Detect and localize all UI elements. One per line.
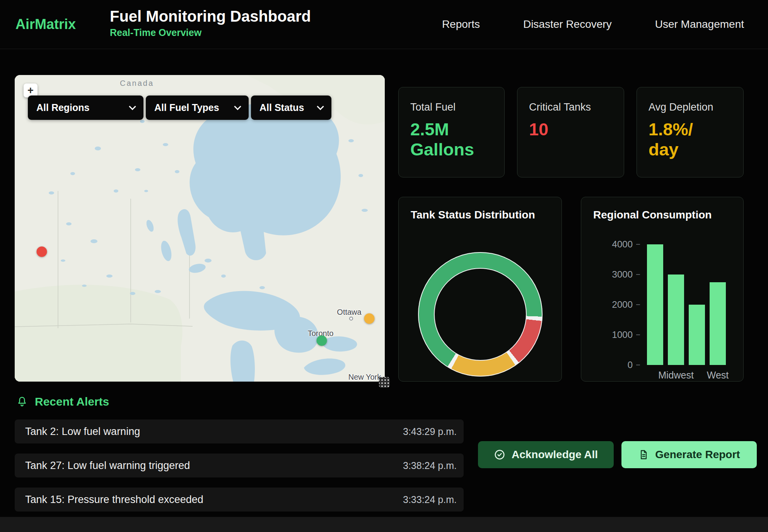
donut-hole <box>434 268 527 361</box>
x-axis-label: West <box>710 370 726 381</box>
stat-value-line: 2.5M <box>410 119 493 140</box>
map-canvas[interactable]: Canada Ottawa Toronto New York + All Reg… <box>15 75 385 382</box>
check-circle-icon <box>494 449 505 460</box>
resize-handle-icon[interactable] <box>379 377 390 388</box>
chevron-down-icon <box>317 103 324 110</box>
bell-icon <box>16 396 28 408</box>
stat-card: Avg Depletion 1.8%/ day <box>637 87 744 177</box>
stat-label: Avg Depletion <box>649 101 732 113</box>
main-nav: Reports Disaster Recovery User Managemen… <box>442 0 744 49</box>
tank-status-card: Tank Status Distribution <box>398 197 562 382</box>
alert-time: 3:38:24 p.m. <box>403 460 457 471</box>
alert-message: Tank 27: Low fuel warning triggered <box>25 460 190 472</box>
status-filter-value: All Status <box>259 102 304 113</box>
alert-time: 3:33:24 p.m. <box>403 494 457 505</box>
fuel-type-filter-value: All Fuel Types <box>154 102 219 113</box>
stat-card: Critical Tanks 10 <box>517 87 624 177</box>
map-filter-bar: All Regions All Fuel Types All Status <box>28 95 331 120</box>
generate-report-button[interactable]: Generate Report <box>621 441 757 468</box>
critical-tank-marker[interactable] <box>37 247 47 257</box>
bar <box>668 275 684 365</box>
tick-mark <box>636 244 640 245</box>
chart-title: Tank Status Distribution <box>411 209 535 221</box>
alert-message: Tank 15: Pressure threshold exceeded <box>25 494 203 506</box>
town-dot-icon <box>349 317 353 321</box>
nav-user-management[interactable]: User Management <box>655 18 744 31</box>
stat-card: Total Fuel 2.5M Gallons <box>398 87 505 177</box>
x-axis-label <box>689 370 705 381</box>
alerts-header: Recent Alerts <box>16 395 109 408</box>
y-axis-tick: 2000 <box>581 299 640 310</box>
acknowledge-all-label: Acknowledge All <box>512 448 598 461</box>
page-title: Fuel Monitoring Dashboard <box>110 8 311 25</box>
tick-mark <box>636 365 640 365</box>
y-axis-tick: 4000 <box>581 239 640 250</box>
warning-tank-marker[interactable] <box>364 314 375 324</box>
app-logo[interactable]: AirMatrix <box>15 0 76 49</box>
header: AirMatrix Fuel Monitoring Dashboard Real… <box>0 0 768 49</box>
stat-label: Total Fuel <box>410 101 493 113</box>
normal-tank-marker[interactable] <box>317 336 327 346</box>
y-axis-tick: 1000 <box>581 329 640 340</box>
generate-report-label: Generate Report <box>655 448 740 461</box>
map-image <box>15 75 385 382</box>
nav-disaster-recovery[interactable]: Disaster Recovery <box>523 18 612 31</box>
region-filter-dropdown[interactable]: All Regions <box>28 95 143 120</box>
stat-value-line: Gallons <box>410 140 493 160</box>
region-filter-value: All Regions <box>36 102 90 113</box>
x-axis-labels: Midwest West <box>647 370 726 381</box>
stat-value-line: day <box>649 140 732 160</box>
bar <box>689 305 705 365</box>
document-icon <box>638 449 649 460</box>
alerts-section-title: Recent Alerts <box>35 395 109 408</box>
chevron-down-icon <box>129 103 136 110</box>
stat-value-line: 10 <box>529 119 612 140</box>
alert-row[interactable]: Tank 2: Low fuel warning 3:43:29 p.m. <box>15 419 464 443</box>
map-panel: Canada Ottawa Toronto New York + All Reg… <box>15 75 385 382</box>
acknowledge-all-button[interactable]: Acknowledge All <box>478 441 614 468</box>
donut-chart <box>418 252 543 377</box>
dashboard-screen: AirMatrix Fuel Monitoring Dashboard Real… <box>0 0 768 532</box>
x-axis-label: Midwest <box>668 370 684 381</box>
title-block: Fuel Monitoring Dashboard Real-Time Over… <box>110 8 311 38</box>
fuel-type-filter-dropdown[interactable]: All Fuel Types <box>146 95 249 120</box>
regional-consumption-card: Regional Consumption 4000 3000 2000 1000… <box>581 197 744 382</box>
stat-value: 2.5M Gallons <box>410 119 493 160</box>
bar <box>647 244 663 365</box>
nav-reports[interactable]: Reports <box>442 18 480 31</box>
alert-time: 3:43:29 p.m. <box>403 426 457 437</box>
page-subtitle: Real-Time Overview <box>110 27 311 38</box>
footer-bar <box>0 517 768 532</box>
stat-value: 1.8%/ day <box>649 119 732 160</box>
alert-message: Tank 2: Low fuel warning <box>25 426 140 438</box>
tick-mark <box>636 334 640 335</box>
y-axis-tick: 0 <box>581 360 640 370</box>
alert-row[interactable]: Tank 27: Low fuel warning triggered 3:38… <box>15 454 464 477</box>
chart-title: Regional Consumption <box>593 209 712 221</box>
status-filter-dropdown[interactable]: All Status <box>251 95 331 120</box>
stat-label: Critical Tanks <box>529 101 612 113</box>
bar <box>710 282 726 365</box>
tick-mark <box>636 274 640 275</box>
stat-value-line: 1.8%/ <box>649 119 732 140</box>
tick-mark <box>636 304 640 305</box>
alert-row[interactable]: Tank 15: Pressure threshold exceeded 3:3… <box>15 488 464 512</box>
bar-chart <box>647 244 726 365</box>
chevron-down-icon <box>234 103 241 110</box>
stat-value: 10 <box>529 119 612 140</box>
y-axis-tick: 3000 <box>581 269 640 280</box>
